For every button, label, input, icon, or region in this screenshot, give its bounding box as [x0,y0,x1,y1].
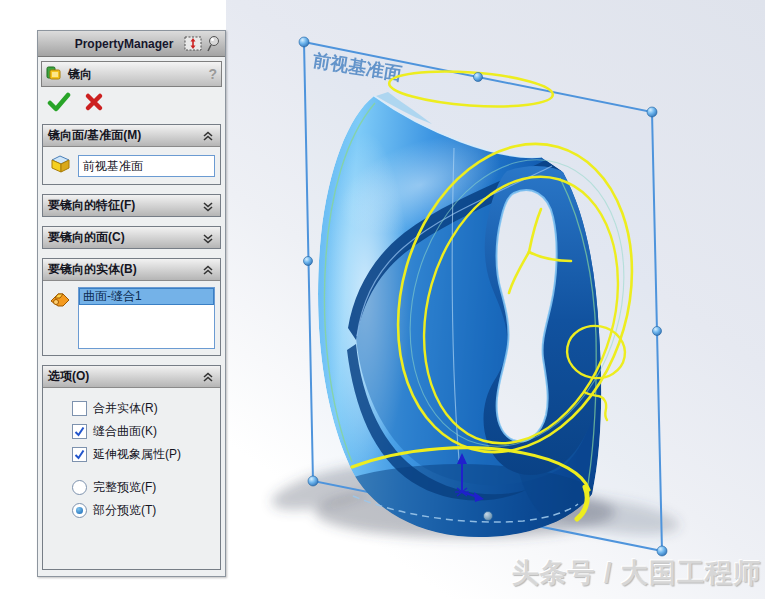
group-mirror-plane: 镜向面/基准面(M) 前视基准面 [42,124,221,185]
cancel-button[interactable] [84,92,104,112]
list-item-body[interactable]: 曲面-缝合1 [79,288,214,305]
checkbox-label: 合并实体(R) [93,400,158,417]
group-features-to-mirror: 要镜向的特征(F) [42,194,221,217]
group-label: 要镜向的面(C) [48,229,201,246]
panel-title: PropertyManager [38,37,184,51]
group-label: 选项(O) [48,368,201,385]
solid-body-icon [48,289,72,314]
radio-label: 完整预览(F) [93,479,156,496]
ok-button[interactable] [47,92,71,112]
bodies-listbox[interactable]: 曲面-缝合1 [78,287,215,349]
propagate-visual-properties-checkbox[interactable] [72,447,87,462]
pushpin-icon[interactable] [205,35,221,53]
group-label: 镜向面/基准面(M) [48,127,201,144]
chevron-up-icon [201,371,215,383]
checkbox-label: 缝合曲面(K) [93,423,157,440]
partial-preview-radio[interactable] [72,503,87,518]
chevron-down-icon [201,232,215,244]
group-features-header[interactable]: 要镜向的特征(F) [43,195,220,216]
feature-title: 镜向 [68,66,208,83]
chevron-up-icon [201,264,215,276]
radio-label: 部分预览(T) [93,502,156,519]
property-manager-titlebar: PropertyManager [38,31,225,57]
checkbox-label: 延伸视象属性(P) [93,446,181,463]
knit-surfaces-checkbox[interactable] [72,424,87,439]
group-bodies-to-mirror: 要镜向的实体(B) 曲面-缝合1 [42,258,221,356]
graphics-viewport[interactable] [226,0,765,599]
group-faces-to-mirror: 要镜向的面(C) [42,226,221,249]
mirror-plane-input[interactable]: 前视基准面 [78,155,215,177]
plane-icon [48,153,72,178]
merge-solids-checkbox[interactable] [72,401,87,416]
group-mirror-plane-header[interactable]: 镜向面/基准面(M) [43,125,220,147]
group-options: 选项(O) 合并实体(R) 缝合曲面(K) 延伸视象属性(P) [42,365,221,570]
group-options-header[interactable]: 选项(O) [43,366,220,388]
group-faces-header[interactable]: 要镜向的面(C) [43,227,220,248]
mirror-feature-icon [46,65,64,84]
chevron-up-icon [201,130,215,142]
auto-show-icon[interactable] [184,36,202,51]
full-preview-radio[interactable] [72,480,87,495]
chevron-down-icon [201,200,215,212]
watermark: 头条号 / 大国工程师 [511,555,761,591]
help-icon[interactable]: ? [208,66,217,82]
group-label: 要镜向的特征(F) [48,197,201,214]
feature-header: 镜向 ? [41,61,222,87]
property-manager-panel: PropertyManager 镜向 ? 镜向面/基准面(M) [37,30,226,577]
group-label: 要镜向的实体(B) [48,261,201,278]
group-bodies-header[interactable]: 要镜向的实体(B) [43,259,220,281]
